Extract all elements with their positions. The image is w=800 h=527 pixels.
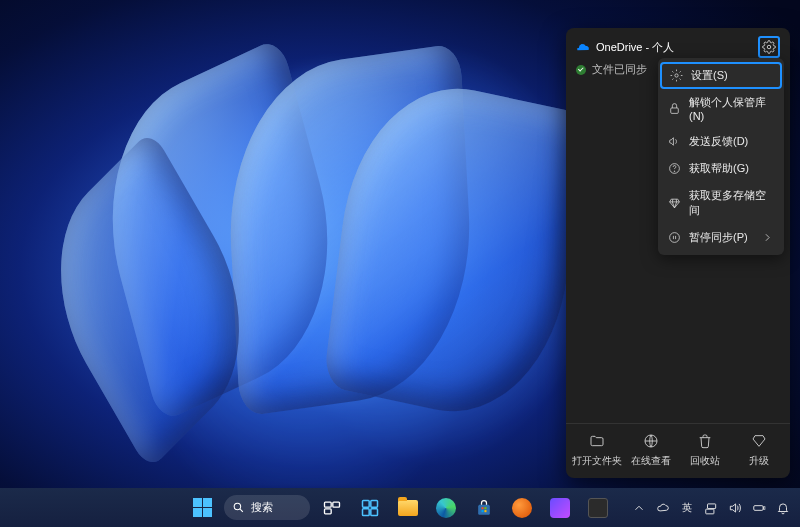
start-button[interactable]: [186, 492, 218, 524]
folder-icon: [588, 432, 606, 450]
widgets-icon: [360, 498, 380, 518]
windows-logo-icon: [193, 498, 212, 517]
svg-rect-13: [325, 508, 332, 513]
tray-onedrive[interactable]: [652, 492, 674, 524]
flyout-header: OneDrive - 个人: [566, 28, 790, 62]
menu-item-help[interactable]: 获取帮助(G): [658, 155, 784, 182]
menu-label: 设置(S): [691, 68, 728, 83]
svg-rect-22: [706, 509, 714, 514]
footer-label: 在线查看: [631, 454, 671, 468]
menu-item-settings[interactable]: 设置(S): [660, 62, 782, 89]
onedrive-flyout: OneDrive - 个人 文件已同步 设置(S) 解锁个人保管库(N) 发送反…: [566, 28, 790, 478]
settings-menu: 设置(S) 解锁个人保管库(N) 发送反馈(D) 获取帮助(G) 获取更多存储空…: [658, 58, 784, 255]
svg-rect-15: [371, 500, 378, 507]
svg-rect-16: [363, 508, 370, 515]
tray-overflow[interactable]: [628, 492, 650, 524]
taskbar: 搜索 英: [0, 488, 800, 527]
svg-rect-14: [363, 500, 370, 507]
app-icon: [588, 498, 608, 518]
tray-network[interactable]: [700, 492, 722, 524]
svg-rect-17: [371, 508, 378, 515]
menu-label: 发送反馈(D): [689, 134, 748, 149]
tray-notifications[interactable]: [772, 492, 794, 524]
svg-rect-21: [484, 510, 486, 512]
tray-battery[interactable]: [748, 492, 770, 524]
trash-icon: [696, 432, 714, 450]
chevron-up-icon: [632, 501, 646, 515]
svg-point-0: [767, 45, 771, 49]
svg-point-9: [234, 503, 241, 510]
footer-label: 打开文件夹: [572, 454, 622, 468]
svg-rect-11: [325, 502, 332, 507]
taskbar-app-generic-3[interactable]: [582, 492, 614, 524]
footer-label: 回收站: [690, 454, 720, 468]
gear-icon: [762, 40, 776, 54]
menu-label: 获取更多存储空间: [689, 188, 774, 218]
menu-label: 获取帮助(G): [689, 161, 749, 176]
svg-rect-18: [482, 507, 484, 509]
flyout-title: OneDrive - 个人: [576, 40, 674, 55]
tray-ime[interactable]: 英: [676, 492, 698, 524]
taskbar-app-explorer[interactable]: [392, 492, 424, 524]
svg-point-5: [670, 233, 680, 243]
menu-item-unlock-vault[interactable]: 解锁个人保管库(N): [658, 89, 784, 128]
settings-gear-button[interactable]: [758, 36, 780, 58]
taskbar-search[interactable]: 搜索: [224, 495, 310, 520]
ime-label: 英: [682, 501, 692, 515]
flyout-footer: 打开文件夹 在线查看 回收站 升级: [566, 423, 790, 478]
footer-recycle[interactable]: 回收站: [680, 432, 730, 468]
svg-rect-24: [754, 505, 763, 510]
svg-rect-20: [482, 510, 484, 512]
svg-rect-25: [764, 506, 765, 508]
svg-line-10: [240, 509, 243, 512]
taskbar-tray: 英: [628, 488, 794, 527]
file-explorer-icon: [398, 500, 418, 516]
task-view-icon: [322, 498, 342, 518]
pause-icon: [668, 231, 681, 244]
edge-icon: [436, 498, 456, 518]
menu-label: 暂停同步(P): [689, 230, 748, 245]
taskbar-app-edge[interactable]: [430, 492, 462, 524]
svg-rect-23: [708, 503, 716, 508]
battery-icon: [752, 501, 766, 515]
gear-icon: [670, 69, 683, 82]
menu-label: 解锁个人保管库(N): [689, 95, 774, 122]
app-icon: [550, 498, 570, 518]
svg-rect-2: [671, 108, 679, 113]
footer-view-online[interactable]: 在线查看: [626, 432, 676, 468]
onedrive-cloud-icon: [576, 42, 590, 52]
speaker-icon: [728, 501, 742, 515]
svg-rect-12: [333, 502, 340, 507]
bell-icon: [776, 501, 790, 515]
widgets-button[interactable]: [354, 492, 386, 524]
premium-diamond-icon: [750, 432, 768, 450]
taskbar-app-generic-2[interactable]: [544, 492, 576, 524]
menu-item-feedback[interactable]: 发送反馈(D): [658, 128, 784, 155]
footer-upgrade[interactable]: 升级: [734, 432, 784, 468]
footer-label: 升级: [749, 454, 769, 468]
lock-icon: [668, 102, 681, 115]
premium-diamond-icon: [668, 197, 681, 210]
svg-point-1: [675, 74, 678, 77]
app-icon: [512, 498, 532, 518]
help-icon: [668, 162, 681, 175]
task-view-button[interactable]: [316, 492, 348, 524]
chevron-right-icon: [761, 231, 774, 244]
menu-item-storage[interactable]: 获取更多存储空间: [658, 182, 784, 224]
cloud-icon: [656, 501, 670, 515]
megaphone-icon: [668, 135, 681, 148]
taskbar-app-generic-1[interactable]: [506, 492, 538, 524]
taskbar-center: 搜索: [186, 492, 614, 524]
flyout-title-text: OneDrive - 个人: [596, 40, 674, 55]
search-label: 搜索: [251, 500, 273, 515]
menu-item-pause[interactable]: 暂停同步(P): [658, 224, 784, 251]
network-icon: [704, 501, 718, 515]
sync-ok-icon: [576, 65, 586, 75]
svg-point-4: [674, 171, 675, 172]
store-icon: [474, 498, 494, 518]
taskbar-app-store[interactable]: [468, 492, 500, 524]
footer-open-folder[interactable]: 打开文件夹: [572, 432, 622, 468]
tray-volume[interactable]: [724, 492, 746, 524]
search-icon: [232, 501, 245, 514]
sync-status-text: 文件已同步: [592, 62, 647, 77]
